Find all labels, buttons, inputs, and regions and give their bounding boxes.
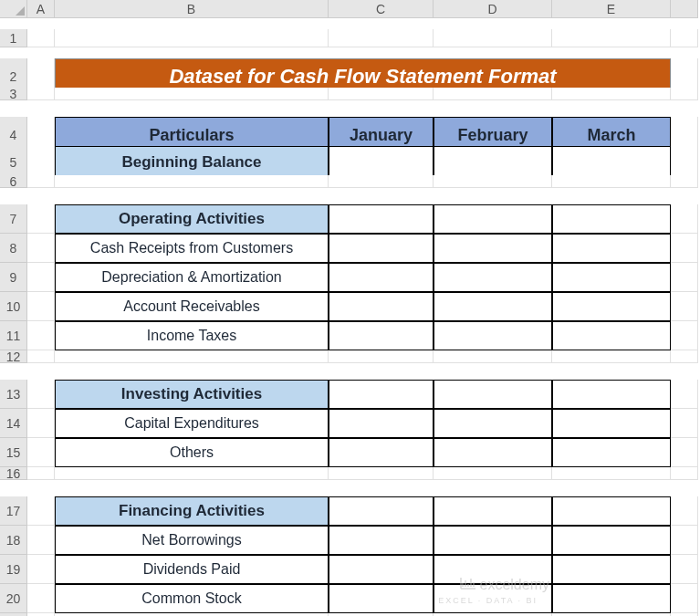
cell-a6[interactable] [27, 175, 55, 188]
cell-e16[interactable] [552, 467, 671, 480]
cell-e5[interactable] [552, 146, 671, 179]
cell-e18[interactable] [552, 526, 671, 555]
cell-e6[interactable] [552, 175, 671, 188]
cell-c1[interactable] [329, 29, 434, 47]
row-header-18[interactable]: 18 [0, 526, 27, 555]
cell-c16[interactable] [329, 467, 434, 480]
row-header-3[interactable]: 3 [0, 88, 27, 100]
cell-e10[interactable] [552, 292, 671, 321]
cell-e7[interactable] [552, 204, 671, 234]
cell-d15[interactable] [434, 438, 552, 467]
cell-d5[interactable] [434, 146, 552, 179]
cell-c17[interactable] [329, 496, 434, 526]
cell-c7[interactable] [329, 204, 434, 234]
cell-d11[interactable] [434, 321, 552, 350]
item-dividends[interactable]: Dividends Paid [55, 555, 329, 584]
cell-e1[interactable] [552, 29, 671, 47]
col-header-e[interactable]: E [552, 0, 671, 18]
cell-e14[interactable] [552, 409, 671, 438]
cell-d18[interactable] [434, 526, 552, 555]
cell-a13[interactable] [27, 380, 55, 409]
cell-c15[interactable] [329, 438, 434, 467]
row-header-16[interactable]: 16 [0, 467, 27, 480]
col-header-c[interactable]: C [329, 0, 434, 18]
cell-d7[interactable] [434, 204, 552, 234]
cell-a17[interactable] [27, 496, 55, 526]
cell-c6[interactable] [329, 175, 434, 188]
cell-d20[interactable] [434, 584, 552, 613]
cell-e20[interactable] [552, 584, 671, 613]
cell-b12[interactable] [55, 350, 329, 363]
cell-d13[interactable] [434, 380, 552, 409]
section-financing[interactable]: Financing Activities [55, 496, 329, 526]
col-header-a[interactable]: A [27, 0, 55, 18]
cell-c14[interactable] [329, 409, 434, 438]
row-header-10[interactable]: 10 [0, 292, 27, 321]
item-depreciation[interactable]: Depreciation & Amortization [55, 263, 329, 292]
cell-e9[interactable] [552, 263, 671, 292]
cell-e12[interactable] [552, 350, 671, 363]
section-beginning[interactable]: Beginning Balance [55, 146, 329, 179]
cell-e8[interactable] [552, 234, 671, 263]
section-operating[interactable]: Operating Activities [55, 204, 329, 234]
row-header-19[interactable]: 19 [0, 555, 27, 584]
cell-c12[interactable] [329, 350, 434, 363]
item-account-recv[interactable]: Account Receivables [55, 292, 329, 321]
cell-c5[interactable] [329, 146, 434, 179]
cell-a7[interactable] [27, 204, 55, 234]
cell-a8[interactable] [27, 234, 55, 263]
cell-a12[interactable] [27, 350, 55, 363]
item-income-tax[interactable]: Income Taxes [55, 321, 329, 350]
cell-e15[interactable] [552, 438, 671, 467]
cell-e19[interactable] [552, 555, 671, 584]
row-header-15[interactable]: 15 [0, 438, 27, 467]
cell-b16[interactable] [55, 467, 329, 480]
cell-b1[interactable] [55, 29, 329, 47]
cell-d9[interactable] [434, 263, 552, 292]
cell-c9[interactable] [329, 263, 434, 292]
cell-e3[interactable] [552, 88, 671, 100]
cell-c19[interactable] [329, 555, 434, 584]
cell-c3[interactable] [329, 88, 434, 100]
col-header-b[interactable]: B [55, 0, 329, 18]
cell-d1[interactable] [434, 29, 552, 47]
item-net-borrow[interactable]: Net Borrowings [55, 526, 329, 555]
cell-d6[interactable] [434, 175, 552, 188]
cell-a20[interactable] [27, 584, 55, 613]
cell-d16[interactable] [434, 467, 552, 480]
cell-a1[interactable] [27, 29, 55, 47]
row-header-11[interactable]: 11 [0, 321, 27, 350]
cell-e13[interactable] [552, 380, 671, 409]
cell-a9[interactable] [27, 263, 55, 292]
row-header-1[interactable]: 1 [0, 29, 27, 47]
item-capex[interactable]: Capital Expenditures [55, 409, 329, 438]
row-header-20[interactable]: 20 [0, 584, 27, 613]
cell-c20[interactable] [329, 584, 434, 613]
cell-a10[interactable] [27, 292, 55, 321]
item-common-stock[interactable]: Common Stock [55, 584, 329, 613]
cell-a19[interactable] [27, 555, 55, 584]
cell-d10[interactable] [434, 292, 552, 321]
row-header-8[interactable]: 8 [0, 234, 27, 263]
cell-a15[interactable] [27, 438, 55, 467]
cell-c10[interactable] [329, 292, 434, 321]
cell-d8[interactable] [434, 234, 552, 263]
cell-d14[interactable] [434, 409, 552, 438]
cell-a3[interactable] [27, 88, 55, 100]
cell-d17[interactable] [434, 496, 552, 526]
cell-c11[interactable] [329, 321, 434, 350]
cell-a5[interactable] [27, 146, 55, 179]
cell-c8[interactable] [329, 234, 434, 263]
cell-d12[interactable] [434, 350, 552, 363]
cell-e17[interactable] [552, 496, 671, 526]
row-header-12[interactable]: 12 [0, 350, 27, 363]
section-investing[interactable]: Investing Activities [55, 380, 329, 409]
cell-d19[interactable] [434, 555, 552, 584]
row-header-9[interactable]: 9 [0, 263, 27, 292]
select-all-corner[interactable] [0, 0, 27, 18]
cell-a11[interactable] [27, 321, 55, 350]
col-header-d[interactable]: D [434, 0, 552, 18]
cell-e11[interactable] [552, 321, 671, 350]
row-header-7[interactable]: 7 [0, 204, 27, 234]
cell-c18[interactable] [329, 526, 434, 555]
